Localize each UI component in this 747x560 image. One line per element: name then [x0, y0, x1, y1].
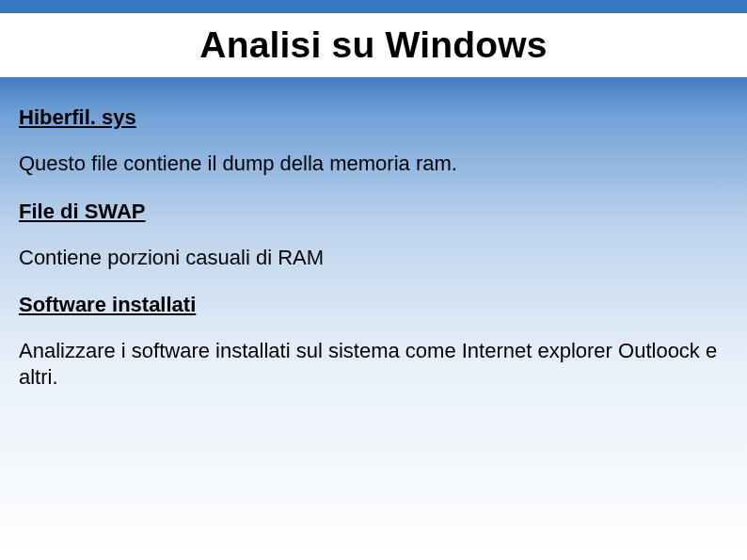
section-body: Contiene porzioni casuali di RAM	[19, 245, 728, 271]
slide: Analisi su Windows Hiberfil. sys Questo …	[0, 0, 747, 560]
section-heading: Software installati	[19, 293, 728, 317]
section-body: Analizzare i software installati sul sis…	[19, 338, 728, 390]
section-heading: Hiberfil. sys	[19, 105, 728, 130]
slide-title: Analisi su Windows	[199, 24, 547, 66]
title-band: Analisi su Windows	[0, 13, 747, 77]
slide-content: Hiberfil. sys Questo file contiene il du…	[19, 105, 728, 412]
section-body: Questo file contiene il dump della memor…	[19, 151, 728, 177]
section-heading: File di SWAP	[19, 200, 728, 224]
